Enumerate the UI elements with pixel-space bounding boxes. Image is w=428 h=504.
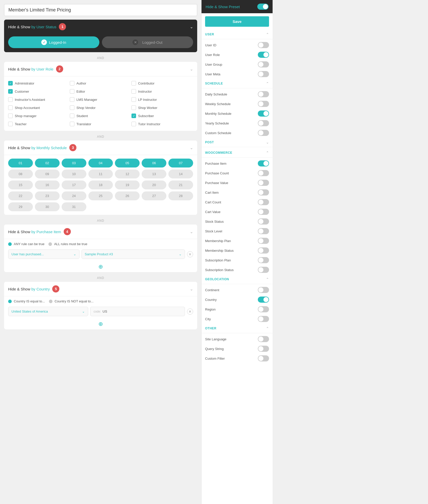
purchase-item-chevron-icon[interactable]: ⌄: [190, 229, 193, 234]
user-status-chevron-icon[interactable]: ⌄: [190, 24, 193, 29]
add-country-button[interactable]: ⊕: [4, 319, 197, 329]
right-item-toggle[interactable]: [258, 130, 269, 136]
day-button[interactable]: 03: [62, 159, 86, 167]
day-button[interactable]: 21: [168, 180, 193, 189]
remove-rule-button[interactable]: ✕: [187, 251, 193, 257]
day-button[interactable]: 01: [8, 159, 33, 167]
role-item[interactable]: LP Instructor: [131, 96, 193, 103]
role-item[interactable]: Shop Vendor: [70, 104, 131, 111]
right-item-toggle[interactable]: [258, 267, 269, 273]
right-item-toggle[interactable]: [258, 120, 269, 126]
country-not-equal-option[interactable]: Country IS NOT equal to...: [49, 299, 93, 303]
right-item-toggle[interactable]: [258, 247, 269, 254]
right-item-toggle[interactable]: [258, 61, 269, 67]
day-button[interactable]: 04: [88, 159, 113, 167]
day-button[interactable]: 10: [62, 170, 86, 178]
role-checkbox[interactable]: [131, 89, 136, 94]
role-item[interactable]: Student: [70, 113, 131, 119]
right-item-toggle[interactable]: [258, 189, 269, 195]
role-item[interactable]: ✓Subscriber: [131, 113, 193, 119]
day-button[interactable]: 30: [35, 202, 60, 211]
preset-toggle[interactable]: [257, 4, 269, 10]
role-item[interactable]: Teacher: [8, 121, 70, 127]
role-checkbox[interactable]: [131, 81, 136, 86]
right-item-toggle[interactable]: [258, 101, 269, 107]
day-button[interactable]: 17: [62, 180, 86, 189]
day-button[interactable]: 26: [115, 191, 140, 200]
day-button[interactable]: 08: [8, 170, 33, 178]
right-item-toggle[interactable]: [258, 287, 269, 293]
product-select[interactable]: Sample Product #3 ⌄: [82, 249, 185, 259]
day-button[interactable]: 19: [115, 180, 140, 189]
add-rule-button[interactable]: ⊕: [4, 261, 197, 272]
role-item[interactable]: Editor: [70, 88, 131, 95]
day-button[interactable]: 18: [88, 180, 113, 189]
day-button[interactable]: 15: [8, 180, 33, 189]
day-button[interactable]: 31: [62, 202, 86, 211]
role-item[interactable]: Contributor: [131, 80, 193, 87]
role-checkbox[interactable]: [70, 97, 74, 102]
role-checkbox[interactable]: [131, 97, 136, 102]
right-item-toggle[interactable]: [258, 160, 269, 166]
country-is-equal-option[interactable]: Country IS equal to...: [8, 299, 45, 303]
right-item-toggle[interactable]: [258, 209, 269, 215]
role-checkbox[interactable]: [8, 97, 13, 102]
day-button[interactable]: 22: [8, 191, 33, 200]
right-item-toggle[interactable]: [258, 257, 269, 263]
role-checkbox[interactable]: [70, 105, 74, 110]
monthly-schedule-chevron-icon[interactable]: ⌄: [190, 145, 193, 150]
role-item[interactable]: Shop Worker: [131, 104, 193, 111]
role-checkbox[interactable]: [70, 122, 74, 126]
right-item-toggle[interactable]: [258, 110, 269, 117]
right-item-toggle[interactable]: [258, 336, 269, 342]
right-section-header[interactable]: GEOLOCATION⌃: [202, 275, 273, 283]
day-button[interactable]: 12: [115, 170, 140, 178]
role-checkbox[interactable]: [131, 122, 136, 126]
right-item-toggle[interactable]: [258, 346, 269, 352]
role-checkbox[interactable]: [70, 89, 74, 94]
day-button[interactable]: 16: [35, 180, 60, 189]
role-checkbox[interactable]: [8, 114, 13, 118]
right-item-toggle[interactable]: [258, 180, 269, 186]
role-item[interactable]: Instructor's Assistant: [8, 96, 70, 103]
day-button[interactable]: 25: [88, 191, 113, 200]
role-item[interactable]: ✓Administrator: [8, 80, 70, 87]
role-item[interactable]: Instructor: [131, 88, 193, 95]
logged-out-button[interactable]: ✕ Logged-Out: [102, 36, 193, 48]
day-button[interactable]: 24: [62, 191, 86, 200]
role-checkbox[interactable]: [70, 81, 74, 86]
day-button[interactable]: 02: [35, 159, 60, 167]
role-checkbox[interactable]: ✓: [8, 89, 13, 94]
day-button[interactable]: 09: [35, 170, 60, 178]
day-button[interactable]: 13: [142, 170, 166, 178]
right-item-toggle[interactable]: [258, 218, 269, 225]
right-item-toggle[interactable]: [258, 355, 269, 361]
role-item[interactable]: Author: [70, 80, 131, 87]
day-button[interactable]: 14: [168, 170, 193, 178]
day-button[interactable]: 27: [142, 191, 166, 200]
right-item-toggle[interactable]: [258, 306, 269, 312]
role-item[interactable]: Shop manager: [8, 113, 70, 119]
country-chevron-icon[interactable]: ⌄: [190, 287, 193, 291]
right-section-header[interactable]: OTHER⌃: [202, 324, 273, 332]
right-item-toggle[interactable]: [258, 316, 269, 322]
day-button[interactable]: 28: [168, 191, 193, 200]
right-section-header[interactable]: USER⌃: [202, 30, 273, 38]
role-checkbox[interactable]: [131, 105, 136, 110]
country-code-input[interactable]: code: US: [90, 307, 185, 316]
role-item[interactable]: Translator: [70, 121, 131, 127]
day-button[interactable]: 20: [142, 180, 166, 189]
role-checkbox[interactable]: [70, 114, 74, 118]
rule-type-select[interactable]: User has purchased... ⌄: [8, 249, 79, 259]
right-item-toggle[interactable]: [258, 71, 269, 77]
right-item-toggle[interactable]: [258, 228, 269, 234]
user-role-chevron-icon[interactable]: ⌄: [190, 67, 193, 72]
save-button[interactable]: Save: [205, 16, 269, 27]
page-title-input[interactable]: [4, 4, 197, 16]
right-item-toggle[interactable]: [258, 297, 269, 303]
role-checkbox[interactable]: ✓: [131, 114, 136, 118]
day-button[interactable]: 05: [115, 159, 140, 167]
day-button[interactable]: 29: [8, 202, 33, 211]
right-item-toggle[interactable]: [258, 42, 269, 48]
role-item[interactable]: Tutor Instructor: [131, 121, 193, 127]
